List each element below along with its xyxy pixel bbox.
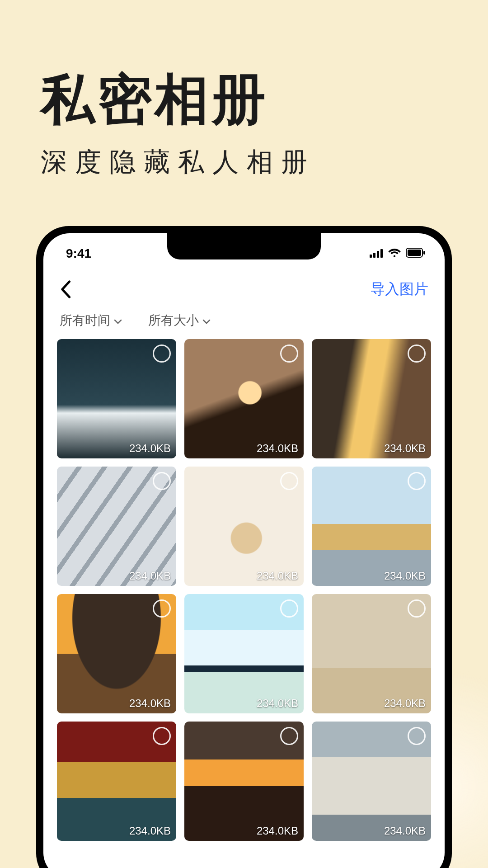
photo-size-label: 234.0KB <box>129 825 171 837</box>
photo-item[interactable]: 234.0KB <box>57 722 176 841</box>
select-circle-icon[interactable] <box>408 472 426 490</box>
filter-bar: 所有时间 所有大小 <box>43 310 445 339</box>
select-circle-icon[interactable] <box>153 344 171 363</box>
select-circle-icon[interactable] <box>280 727 298 745</box>
svg-rect-6 <box>423 251 425 255</box>
photo-item[interactable]: 234.0KB <box>57 594 176 713</box>
svg-rect-0 <box>370 255 372 258</box>
svg-rect-1 <box>373 253 375 258</box>
select-circle-icon[interactable] <box>153 599 171 618</box>
battery-icon <box>406 246 426 261</box>
photo-item[interactable]: 234.0KB <box>57 339 176 458</box>
select-circle-icon[interactable] <box>280 344 298 363</box>
photo-size-label: 234.0KB <box>257 825 298 837</box>
select-circle-icon[interactable] <box>153 727 171 745</box>
filter-time[interactable]: 所有时间 <box>60 312 122 329</box>
photo-item[interactable]: 234.0KB <box>184 594 304 713</box>
select-circle-icon[interactable] <box>408 727 426 745</box>
photo-item[interactable]: 234.0KB <box>312 467 431 586</box>
photo-item[interactable]: 234.0KB <box>57 467 176 586</box>
photo-item[interactable]: 234.0KB <box>312 339 431 458</box>
nav-bar: 导入图片 <box>43 269 445 310</box>
select-circle-icon[interactable] <box>280 599 298 618</box>
svg-rect-5 <box>408 250 421 256</box>
select-circle-icon[interactable] <box>408 599 426 618</box>
photo-item[interactable]: 234.0KB <box>312 594 431 713</box>
import-photos-button[interactable]: 导入图片 <box>371 279 428 299</box>
status-right <box>370 246 426 261</box>
photo-size-label: 234.0KB <box>257 570 298 582</box>
filter-size-label: 所有大小 <box>148 312 199 329</box>
status-time: 9:41 <box>66 246 91 261</box>
photo-size-label: 234.0KB <box>384 697 426 710</box>
photo-size-label: 234.0KB <box>129 442 171 455</box>
select-circle-icon[interactable] <box>153 472 171 490</box>
chevron-down-icon <box>114 313 122 328</box>
photo-size-label: 234.0KB <box>384 570 426 582</box>
photo-size-label: 234.0KB <box>384 825 426 837</box>
select-circle-icon[interactable] <box>280 472 298 490</box>
photo-size-label: 234.0KB <box>257 697 298 710</box>
svg-rect-2 <box>377 251 379 258</box>
svg-rect-3 <box>380 249 383 258</box>
photo-item[interactable]: 234.0KB <box>184 339 304 458</box>
phone-screen: 9:41 导入图片 所有时间 <box>43 233 445 868</box>
photo-size-label: 234.0KB <box>129 570 171 582</box>
cellular-icon <box>370 246 383 261</box>
photo-size-label: 234.0KB <box>384 442 426 455</box>
photo-item[interactable]: 234.0KB <box>184 467 304 586</box>
filter-size[interactable]: 所有大小 <box>148 312 211 329</box>
promo-title: 私密相册 <box>41 63 268 137</box>
select-circle-icon[interactable] <box>408 344 426 363</box>
phone-frame: 9:41 导入图片 所有时间 <box>36 226 452 868</box>
promo-subtitle: 深度隐藏私人相册 <box>41 145 315 180</box>
photo-item[interactable]: 234.0KB <box>312 722 431 841</box>
back-button[interactable] <box>60 280 71 298</box>
phone-notch <box>167 233 321 259</box>
photo-item[interactable]: 234.0KB <box>184 722 304 841</box>
chevron-down-icon <box>202 313 211 328</box>
photo-grid: 234.0KB 234.0KB 234.0KB 234.0KB 234.0KB … <box>43 339 445 841</box>
photo-size-label: 234.0KB <box>257 442 298 455</box>
filter-time-label: 所有时间 <box>60 312 110 329</box>
wifi-icon <box>388 246 401 261</box>
photo-size-label: 234.0KB <box>129 697 171 710</box>
